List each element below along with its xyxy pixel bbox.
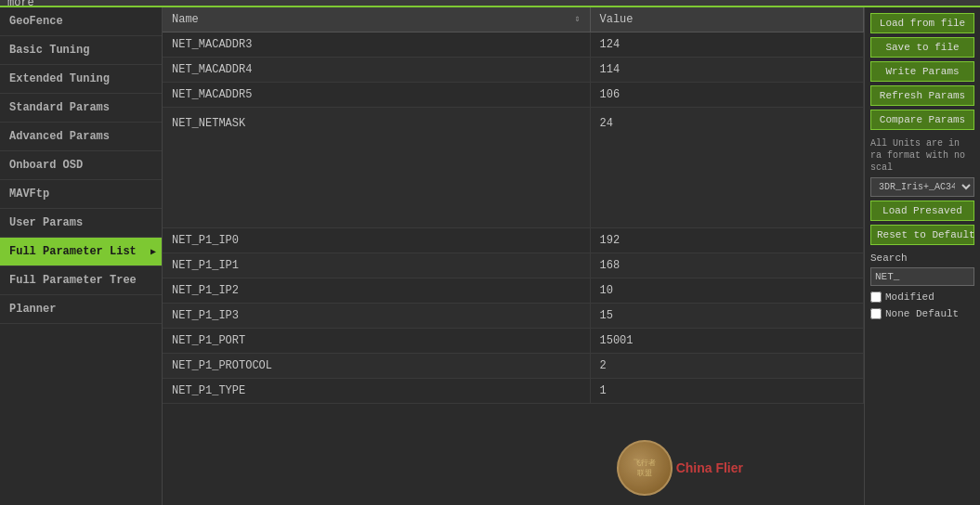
refresh-params-button[interactable]: Refresh Params [870, 85, 974, 106]
right-panel: Load from file Save to file Write Params… [864, 7, 980, 505]
param-name: NET_MACADDR3 [163, 32, 590, 58]
modified-label: Modified [885, 291, 934, 303]
table-row[interactable]: NET_P1_TYPE1 [163, 379, 864, 404]
param-name: NET_P1_IP3 [163, 304, 590, 329]
write-params-button[interactable]: Write Params [870, 61, 974, 82]
modified-checkbox[interactable] [870, 291, 882, 303]
param-value: 168 [590, 253, 864, 278]
param-value: 114 [590, 58, 864, 83]
sidebar-item-extended-tuning[interactable]: Extended Tuning [0, 65, 162, 94]
param-name: NET_P1_IP1 [163, 253, 590, 278]
none-default-label: None Default [885, 308, 959, 319]
table-row[interactable]: NET_P1_IP210 [163, 278, 864, 304]
sidebar-item-full-parameter-list[interactable]: Full Parameter List [0, 238, 162, 266]
param-name: NET_MACADDR4 [163, 58, 590, 83]
table-area[interactable]: Name ⇕ Value NET_MACADDR3124NET_MACADDR4… [163, 7, 864, 505]
load-presaved-button[interactable]: Load Presaved [870, 201, 974, 221]
sidebar-item-advanced-params[interactable]: Advanced Params [0, 123, 162, 151]
watermark: 飞行者联盟 China Flier [617, 440, 743, 496]
param-value: 1 [590, 379, 864, 404]
sidebar: GeoFenceBasic TuningExtended TuningStand… [0, 7, 163, 505]
table-row[interactable]: NET_P1_IP0192 [163, 228, 864, 253]
param-name: NET_P1_PORT [163, 329, 590, 354]
table-row[interactable]: NET_P1_PROTOCOL2 [163, 354, 864, 379]
param-value: 2 [590, 354, 864, 379]
table-row[interactable]: NET_P1_PORT15001 [163, 329, 864, 354]
presaved-dropdown[interactable]: 3DR_Iris+_AC34 [870, 177, 974, 197]
sidebar-item-basic-tuning[interactable]: Basic Tuning [0, 36, 162, 65]
sidebar-item-planner[interactable]: Planner [0, 295, 162, 324]
content-area: Name ⇕ Value NET_MACADDR3124NET_MACADDR4… [163, 7, 864, 505]
param-name: NET_P1_PROTOCOL [163, 354, 590, 379]
sort-icon[interactable]: ⇕ [574, 13, 580, 24]
param-name: NET_P1_IP0 [163, 228, 590, 253]
compare-params-button[interactable]: Compare Params [870, 110, 974, 130]
sidebar-item-mavftp[interactable]: MAVFtp [0, 180, 162, 209]
table-row[interactable]: NET_MACADDR5106 [163, 83, 864, 108]
col-value-label: Value [600, 13, 634, 26]
table-row[interactable]: NET_P1_IP1168 [163, 253, 864, 278]
param-value: 192 [590, 228, 864, 253]
watermark-text: China Flier [676, 460, 743, 475]
param-value: 15001 [590, 329, 864, 354]
table-row[interactable]: NET_MACADDR3124 [163, 32, 864, 58]
param-table: Name ⇕ Value NET_MACADDR3124NET_MACADDR4… [163, 7, 864, 404]
reset-to-default-button[interactable]: Reset to Default [870, 225, 974, 245]
param-name: NET_P1_IP2 [163, 278, 590, 304]
col-value: Value [590, 7, 864, 32]
modified-row: Modified [870, 291, 974, 303]
watermark-circle: 飞行者联盟 [617, 440, 673, 496]
save-to-file-button[interactable]: Save to file [870, 37, 974, 58]
info-text: All Units are in ra format with no scal [870, 137, 974, 174]
param-value: 124 [590, 32, 864, 58]
load-from-file-button[interactable]: Load from file [870, 13, 974, 33]
param-value: 106 [590, 83, 864, 108]
param-value: 10 [590, 278, 864, 304]
table-row[interactable]: NET_P1_IP315 [163, 304, 864, 329]
param-name: NET_NETMASK [163, 108, 590, 228]
top-bar: more [0, 0, 980, 7]
search-label: Search [870, 252, 974, 264]
col-name-label: Name [172, 13, 199, 26]
sidebar-item-standard-params[interactable]: Standard Params [0, 94, 162, 123]
table-row[interactable]: NET_NETMASK24 [163, 108, 864, 228]
param-value: 15 [590, 304, 864, 329]
table-row[interactable]: NET_MACADDR4114 [163, 58, 864, 83]
search-input[interactable] [870, 267, 974, 286]
none-default-row: None Default [870, 308, 974, 319]
none-default-checkbox[interactable] [870, 308, 882, 319]
main-area: GeoFenceBasic TuningExtended TuningStand… [0, 7, 980, 505]
sidebar-item-user-params[interactable]: User Params [0, 209, 162, 238]
param-value: 24 [590, 108, 864, 228]
param-name: NET_MACADDR5 [163, 83, 590, 108]
sidebar-item-geofence[interactable]: GeoFence [0, 7, 162, 36]
sidebar-item-onboard-osd[interactable]: Onboard OSD [0, 151, 162, 180]
sidebar-item-full-parameter-tree[interactable]: Full Parameter Tree [0, 266, 162, 295]
table-body: NET_MACADDR3124NET_MACADDR4114NET_MACADD… [163, 32, 864, 404]
col-name: Name ⇕ [163, 7, 590, 32]
param-name: NET_P1_TYPE [163, 379, 590, 404]
